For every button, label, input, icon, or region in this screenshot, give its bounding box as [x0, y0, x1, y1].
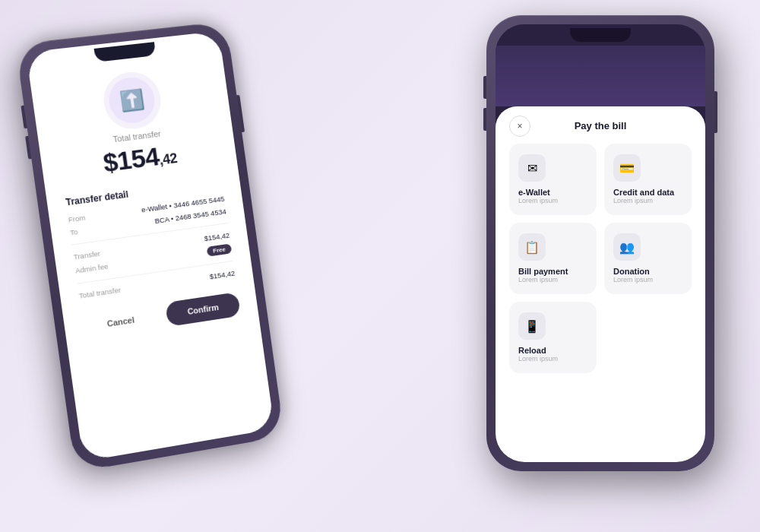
pbc-header: × Pay the bill [509, 120, 692, 131]
pay-the-bill-card: × Pay the bill ✉ e-Wallet Lorem ipsum [496, 106, 705, 462]
service-item-reload[interactable]: 📱 Reload Lorem ipsum [509, 302, 597, 373]
phone-right-notch [496, 24, 705, 46]
reload-icon: 📱 [524, 319, 540, 334]
ewallet-icon-box: ✉ [518, 154, 546, 182]
credit-info: Credit and data Lorem ipsum [613, 188, 674, 204]
ewallet-desc: Lorem ipsum [518, 197, 558, 204]
action-buttons: Cancel Confirm [81, 292, 240, 340]
row-label-0: From [68, 213, 86, 223]
service-item-donation[interactable]: 👥 Donation Lorem ipsum [604, 223, 692, 294]
donation-desc: Lorem ipsum [613, 276, 653, 283]
donation-icon: 👥 [619, 240, 635, 255]
ewallet-icon: ✉ [527, 161, 537, 176]
service-item-credit[interactable]: 💳 Credit and data Lorem ipsum [604, 144, 692, 215]
amount-cents: ,42 [158, 150, 178, 168]
reload-info: Reload Lorem ipsum [518, 346, 558, 363]
notch-bar-right [570, 28, 631, 42]
reload-label: Reload [518, 346, 558, 355]
row-label-3: Admin fee [74, 261, 109, 274]
service-item-bill[interactable]: 📋 Bill payment Lorem ipsum [509, 223, 597, 294]
bill-info: Bill payment Lorem ipsum [518, 267, 568, 283]
reload-icon-box: 📱 [518, 312, 546, 340]
row-value-4: $154,42 [209, 269, 236, 281]
service-item-ewallet[interactable]: ✉ e-Wallet Lorem ipsum [509, 144, 597, 215]
credit-label: Credit and data [613, 188, 674, 197]
close-icon: × [517, 121, 522, 131]
credit-icon: 💳 [619, 161, 635, 176]
service-grid: ✉ e-Wallet Lorem ipsum 💳 Credit [509, 144, 692, 373]
row-label-1: To [69, 227, 78, 236]
row-value-2: $154,42 [204, 231, 230, 242]
bill-icon: 📋 [524, 240, 540, 255]
amount-main: $154 [101, 141, 160, 177]
reload-desc: Lorem ipsum [518, 355, 558, 363]
donation-info: Donation Lorem ipsum [613, 267, 653, 283]
phone-right-screen: × Pay the bill ✉ e-Wallet Lorem ipsum [496, 24, 705, 462]
phone-left: ⬆️ Total transfer $154,42 Transfer detai… [15, 21, 284, 473]
bill-label: Bill payment [518, 267, 568, 276]
bill-icon-box: 📋 [518, 233, 546, 261]
detail-table: From e-Wallet • 3446 4655 5445 To BCA • … [68, 195, 236, 300]
transfer-detail-title: Transfer detail [65, 189, 129, 208]
phone-left-outer: ⬆️ Total transfer $154,42 Transfer detai… [15, 21, 284, 473]
donation-icon-box: 👥 [613, 233, 641, 261]
row-label-4: Total transfer [78, 286, 122, 300]
close-button[interactable]: × [509, 116, 530, 137]
cancel-button[interactable]: Cancel [81, 304, 159, 340]
ewallet-label: e-Wallet [518, 188, 558, 197]
ewallet-name: e-Wallet Lorem ipsum [518, 188, 558, 204]
bill-desc: Lorem ipsum [518, 276, 568, 283]
credit-icon-box: 💳 [613, 154, 641, 182]
row-label-2: Transfer [73, 249, 101, 261]
total-amount: $154,42 [101, 139, 178, 178]
confirm-button[interactable]: Confirm [165, 292, 241, 327]
notch-bar-left [94, 42, 157, 62]
pbc-title: Pay the bill [575, 120, 627, 131]
phone-right: × Pay the bill ✉ e-Wallet Lorem ipsum [486, 15, 714, 471]
phone-right-outer: × Pay the bill ✉ e-Wallet Lorem ipsum [486, 15, 714, 471]
phone-left-content: ⬆️ Total transfer $154,42 Transfer detai… [29, 52, 274, 461]
credit-desc: Lorem ipsum [613, 197, 674, 204]
phone-right-bg [496, 46, 705, 106]
phone-left-screen: ⬆️ Total transfer $154,42 Transfer detai… [26, 31, 274, 461]
donation-label: Donation [613, 267, 653, 276]
transfer-icon: ⬆️ [119, 87, 146, 113]
row-value-free: Free [207, 243, 233, 256]
transfer-icon-wrap: ⬆️ [106, 75, 158, 126]
